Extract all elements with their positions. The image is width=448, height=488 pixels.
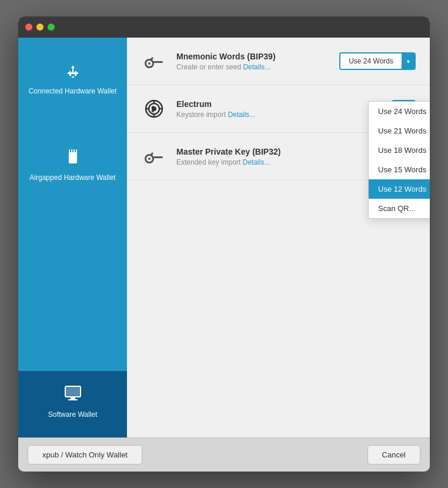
master-key-icon [141,143,167,169]
mnemonic-info: Mnemonic Words (BIP39) Create or enter s… [176,52,330,71]
svg-rect-3 [75,149,76,152]
electrum-name: Electrum [176,99,382,109]
electrum-desc: Keystore import Details... [176,111,382,119]
close-button[interactable] [25,24,32,31]
sidebar-item-airgapped[interactable]: Airgapped Hardware Wallet [18,134,127,197]
mnemonic-icon [141,48,167,74]
sidebar-connected-label: Connected Hardware Wallet [29,87,117,96]
sidebar-item-software-wallet[interactable]: Software Wallet [18,371,127,437]
sidebar-airgapped-label: Airgapped Hardware Wallet [29,173,115,183]
usb-icon [63,63,82,82]
electrum-info: Electrum Keystore import Details... [176,99,382,119]
dropdown-item-scan-qr[interactable]: Scan QR... [369,199,430,218]
footer: xpub / Watch Only Wallet Cancel [18,437,430,472]
svg-text:₿: ₿ [151,106,155,113]
dropdown-item-15[interactable]: Use 15 Words [369,160,430,179]
svg-rect-1 [70,149,71,152]
maximize-button[interactable] [48,24,55,31]
svg-rect-11 [153,61,163,63]
xpub-watch-only-button[interactable]: xpub / Watch Only Wallet [28,445,142,464]
mnemonic-desc: Create or enter seed Details... [176,63,330,71]
master-key-info: Master Private Key (BIP32) Extended key … [176,147,380,166]
titlebar [18,16,430,38]
dropdown-item-24[interactable]: Use 24 Words [369,102,430,121]
master-key-details-link[interactable]: Details... [243,158,270,166]
svg-rect-7 [68,399,78,400]
main-panel: Mnemonic Words (BIP39) Create or enter s… [127,38,430,437]
electrum-details-link[interactable]: Details... [228,111,255,119]
content-area: Connected Hardware Wallet Airgapped Hard… [18,38,430,437]
svg-rect-2 [72,149,73,152]
monitor-icon [64,385,82,406]
mnemonic-name: Mnemonic Words (BIP39) [176,52,330,61]
dropdown-item-21[interactable]: Use 21 Words [369,121,430,141]
cancel-button[interactable]: Cancel [367,445,420,464]
mnemonic-split-button: Use 24 Words ▾ [339,52,416,70]
sidebar-software-label: Software Wallet [48,410,98,420]
dropdown-item-18[interactable]: Use 18 Words [369,141,430,160]
mnemonic-details-link[interactable]: Details... [243,63,270,71]
master-key-desc: Extended key import Details... [176,158,380,166]
svg-point-23 [148,158,151,160]
mnemonic-action: Use 24 Words ▾ [339,52,416,70]
wallet-list: Mnemonic Words (BIP39) Create or enter s… [127,38,430,437]
master-key-name: Master Private Key (BIP32) [176,147,380,156]
dropdown-arrow-button[interactable]: ▾ [402,54,414,69]
svg-rect-5 [65,386,81,397]
use-24-words-button[interactable]: Use 24 Words [340,54,402,69]
sidebar: Connected Hardware Wallet Airgapped Hard… [18,38,127,437]
svg-rect-6 [71,397,75,399]
main-window: Connected Hardware Wallet Airgapped Hard… [18,16,430,472]
mnemonic-wallet-item[interactable]: Mnemonic Words (BIP39) Create or enter s… [127,38,430,85]
minimize-button[interactable] [36,24,44,31]
svg-point-10 [148,62,151,65]
electrum-icon: ₿ [141,96,167,122]
words-dropdown: Use 24 Words Use 21 Words Use 18 Words U… [368,101,430,219]
dropdown-item-12[interactable]: Use 12 Words [369,179,430,199]
sidebar-item-connected-hardware[interactable]: Connected Hardware Wallet [18,49,127,111]
sd-card-icon [65,148,81,169]
svg-rect-24 [153,156,163,158]
